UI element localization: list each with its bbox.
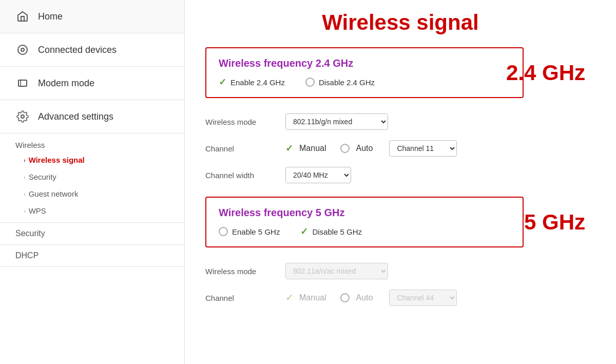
freq-24-title: Wireless frequency 2.4 GHz [219, 58, 510, 69]
disable-5-label: Disable 5 GHz [312, 227, 362, 236]
sidebar-item-connected-devices[interactable]: Connected devices [0, 33, 184, 67]
channel-24-row: Channel ✓ Manual Auto Channel 1Channel 2… [205, 135, 595, 162]
sidebar-sub-guest-network[interactable]: › Guest network [15, 185, 169, 202]
wireless-mode-5-row: Wireless mode 802.11a/n/ac mixed [205, 258, 595, 284]
sidebar-sub-wps[interactable]: › WPS [15, 202, 169, 219]
checkmark-manual-icon: ✓ [285, 143, 293, 154]
chevron-right-icon: › [24, 157, 26, 163]
wireless-section-title: Wireless [15, 141, 169, 149]
settings-24: Wireless mode 802.11b/g/n mixed 802.11b/… [205, 108, 595, 197]
disable-5-option[interactable]: ✓ Disable 5 GHz [300, 226, 362, 237]
dhcp-section-title: DHCP [15, 251, 38, 260]
channel-24-select[interactable]: Channel 1Channel 2Channel 3 Channel 4Cha… [389, 140, 457, 157]
main-content: Wireless signal Wireless frequency 2.4 G… [185, 0, 616, 364]
sidebar: Home Connected devices Modem mode Advanc… [0, 0, 185, 364]
chevron-right-icon: › [24, 208, 26, 214]
security-section-title: Security [15, 229, 45, 238]
svg-point-1 [21, 48, 24, 51]
sidebar-sub-security[interactable]: › Security [15, 168, 169, 185]
enable-5-option[interactable]: Enable 5 GHz [219, 227, 280, 236]
wps-label: WPS [29, 206, 46, 215]
channel-5-row: Channel ✓ Manual Auto Channel 44 [205, 284, 595, 311]
channel-5-label: Channel [205, 294, 277, 302]
channel-width-24-select[interactable]: 20/40 MHz 20 MHz [285, 167, 351, 183]
sidebar-item-home[interactable]: Home [0, 0, 184, 33]
radio-disable-24-icon [305, 78, 315, 87]
chevron-right-icon: › [24, 174, 26, 180]
channel-5-select[interactable]: Channel 44 [389, 290, 457, 306]
modem-icon [15, 76, 30, 90]
security-label: Security [29, 173, 56, 181]
channel-24-label: Channel [205, 144, 277, 153]
wireless-mode-24-row: Wireless mode 802.11b/g/n mixed 802.11b/… [205, 108, 595, 135]
security-section: Security [0, 223, 184, 245]
sidebar-item-modem-mode[interactable]: Modem mode [0, 67, 184, 100]
devices-icon [15, 43, 30, 57]
enable-24-option[interactable]: ✓ Enable 2.4 GHz [219, 76, 285, 88]
auto-24-label: Auto [356, 144, 373, 153]
chevron-right-icon: › [24, 191, 26, 197]
home-icon [15, 9, 30, 24]
manual-5-label: Manual [299, 293, 326, 302]
sidebar-sub-wireless-signal[interactable]: › Wireless signal [15, 151, 169, 168]
manual-24-label: Manual [299, 144, 326, 153]
svg-point-0 [18, 45, 27, 54]
checkmark-disable-5-icon: ✓ [300, 226, 308, 237]
svg-point-4 [21, 115, 24, 118]
sidebar-item-label-home: Home [38, 11, 63, 22]
page-title: Wireless signal [205, 10, 595, 35]
ghz-5-label: 5 GHz [524, 210, 585, 235]
guest-network-label: Guest network [29, 189, 79, 198]
sidebar-item-label-connected-devices: Connected devices [38, 45, 117, 55]
settings-5: Wireless mode 802.11a/n/ac mixed Channel… [205, 258, 595, 319]
sidebar-item-advanced-settings[interactable]: Advanced settings [0, 100, 184, 133]
radio-enable-5-icon [219, 227, 228, 236]
svg-rect-2 [18, 80, 27, 86]
dhcp-section: DHCP [0, 245, 184, 267]
freq-24-box: Wireless frequency 2.4 GHz ✓ Enable 2.4 … [205, 47, 524, 98]
freq-5-box: Wireless frequency 5 GHz Enable 5 GHz ✓ … [205, 197, 524, 247]
ghz-24-label: 2.4 GHz [506, 61, 585, 85]
settings-icon [15, 109, 30, 124]
sidebar-item-label-advanced-settings: Advanced settings [38, 111, 113, 122]
wireless-signal-label: Wireless signal [29, 156, 85, 164]
channel-width-24-row: Channel width 20/40 MHz 20 MHz [205, 162, 595, 188]
enable-24-label: Enable 2.4 GHz [230, 78, 285, 87]
checkmark-enable-24-icon: ✓ [219, 76, 226, 88]
enable-5-label: Enable 5 GHz [232, 227, 280, 236]
channel-width-24-label: Channel width [205, 171, 277, 180]
freq-5-title: Wireless frequency 5 GHz [219, 207, 510, 219]
disable-24-label: Disable 2.4 GHz [319, 78, 375, 87]
checkmark-manual-5-icon: ✓ [285, 292, 293, 303]
radio-auto-5-icon [340, 293, 350, 302]
radio-auto-24-icon [340, 144, 350, 153]
sidebar-item-label-modem-mode: Modem mode [38, 78, 94, 89]
auto-5-label: Auto [356, 293, 373, 302]
disable-24-option[interactable]: Disable 2.4 GHz [305, 78, 375, 87]
wireless-mode-24-select[interactable]: 802.11b/g/n mixed 802.11b/g mixed 802.11… [285, 113, 388, 130]
wireless-mode-5-select[interactable]: 802.11a/n/ac mixed [285, 263, 388, 279]
wireless-mode-5-label: Wireless mode [205, 267, 277, 276]
wireless-section: Wireless › Wireless signal › Security › … [0, 133, 184, 223]
wireless-mode-24-label: Wireless mode [205, 118, 277, 126]
